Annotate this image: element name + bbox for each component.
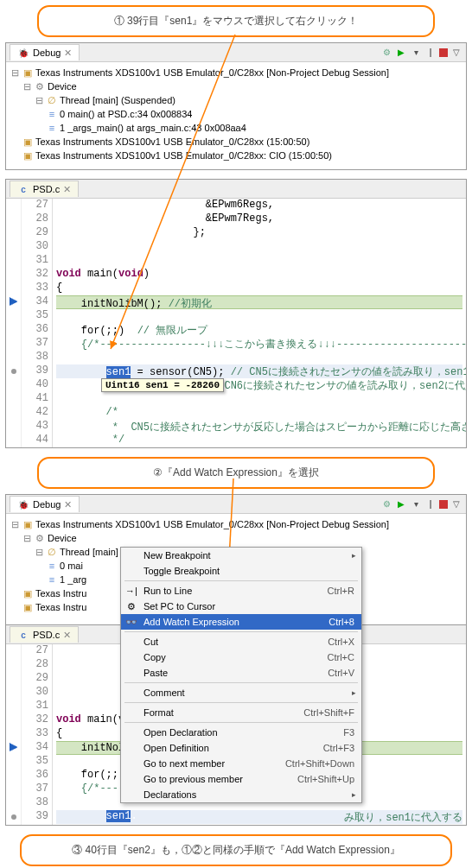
code-line: {/*-----------------↓↓↓ここから書き換える↓↓↓-----… — [56, 337, 462, 351]
menu-paste[interactable]: PasteCtrl+V — [121, 665, 361, 681]
callout-2-text: ②『Add Watch Expression』を選択 — [153, 466, 319, 478]
selected-token-sen1[interactable]: sen1 — [106, 366, 131, 378]
tree-device[interactable]: ⊟ ⚙ Device — [10, 531, 462, 545]
toolbar-separator: | — [424, 498, 437, 510]
menu-prev-member[interactable]: Go to previous memberCtrl+Shift+Up — [121, 771, 361, 787]
pin-icon[interactable]: ✕ — [64, 499, 72, 510]
pin-icon[interactable]: ✕ — [63, 184, 71, 195]
debug-toolbar: ⚙ ▶ ▾ | ▽ — [380, 498, 466, 510]
tree-ti2[interactable]: ▣ Texas Instruments XDS100v1 USB Emulato… — [10, 149, 462, 162]
chip-icon: ▣ — [22, 66, 34, 79]
chip-icon: ▣ — [22, 135, 34, 149]
menu-separator — [124, 631, 358, 632]
twisty-icon[interactable]: ⊟ — [10, 517, 20, 531]
callout-3-text: ③ 40行目『sen2』も，①②と同様の手順で『Add Watch Expres… — [72, 844, 400, 856]
tab-file[interactable]: c PSD.c ✕ — [10, 626, 79, 643]
menu-next-member[interactable]: Go to next memberCtrl+Shift+Down — [121, 756, 361, 771]
hover-tooltip: Uint16 sen1 = -28260 — [101, 378, 224, 392]
menu-copy[interactable]: CopyCtrl+C — [121, 649, 361, 665]
toolbar-menu-icon[interactable]: ▽ — [450, 47, 462, 59]
debug-toolbar: ⚙ ▶ ▾ | ▽ — [380, 47, 466, 59]
toolbar-menu-icon[interactable]: ▽ — [450, 498, 462, 510]
bug-icon: 🐞 — [17, 47, 29, 59]
tab-debug[interactable]: 🐞 Debug ✕ — [10, 496, 80, 512]
menu-new-breakpoint[interactable]: New Breakpoint — [121, 548, 361, 563]
thread-icon: ∅ — [46, 545, 58, 559]
tree-root-label: Texas Instruments XDS100v1 USB Emulator_… — [35, 66, 389, 79]
menu-toggle-breakpoint[interactable]: Toggle Breakpoint — [121, 563, 361, 579]
tab-debug-label: Debug — [33, 48, 61, 58]
menu-open-definition[interactable]: Open DefinitionCtrl+F3 — [121, 740, 361, 756]
tab-file[interactable]: c PSD.c ✕ — [10, 181, 79, 197]
tree-frame-1[interactable]: ≡ 1 _args_main() at args_main.c:43 0x008… — [10, 121, 462, 135]
code-area[interactable]: &EPwm6Regs, &EPwm7Regs, }; void main(voi… — [53, 199, 466, 447]
pin-icon[interactable]: ✕ — [63, 630, 71, 641]
tree-thread[interactable]: ⊟ ∅ Thread [main] (Suspended) — [10, 93, 462, 107]
callout-1-text: ① 39行目『sen1』をマウスで選択して右クリック！ — [114, 15, 359, 27]
debug-tree: ⊟ ▣ Texas Instruments XDS100v1 USB Emula… — [6, 62, 466, 169]
menu-add-watch-expression[interactable]: 👓Add Watch ExpressionCtrl+8 — [121, 614, 361, 630]
callout-step-3: ③ 40行目『sen2』も，①②と同様の手順で『Add Watch Expres… — [20, 834, 452, 866]
menu-declarations[interactable]: Declarations — [121, 787, 361, 802]
toolbar-resume-icon[interactable]: ▶ — [395, 47, 407, 59]
menu-set-pc[interactable]: ⚙Set PC to Cursor — [121, 599, 361, 614]
editor-panel-1: c PSD.c ✕ ⯈ 27282930 31323334 35363738 3… — [5, 179, 467, 448]
code-line: }; — [56, 226, 462, 240]
toolbar-dropdown-icon[interactable]: ▾ — [410, 498, 422, 510]
stack-frame-icon: ≡ — [46, 559, 58, 573]
tree-ti2-label: Texas Instruments XDS100v1 USB Emulator_… — [35, 149, 332, 162]
toolbar-dropdown-icon[interactable]: ▾ — [410, 47, 422, 59]
twisty-icon[interactable]: ⊟ — [34, 545, 44, 559]
line-number-gutter: 27282930 31323334 35363738 39404142 4344 — [22, 199, 53, 447]
menu-open-declaration[interactable]: Open DeclarationF3 — [121, 725, 361, 740]
code-line: /* — [56, 406, 462, 420]
tooltip-text: Uint16 sen1 = -28260 — [105, 380, 220, 390]
tree-root[interactable]: ⊟ ▣ Texas Instruments XDS100v1 USB Emula… — [10, 66, 462, 79]
tree-frame0-short: 0 mai — [60, 559, 83, 573]
twisty-icon[interactable]: ⊟ — [22, 79, 32, 93]
watch-icon: 👓 — [124, 617, 138, 628]
debug-tabbar: 🐞 Debug ✕ ⚙ ▶ ▾ | ▽ — [6, 43, 466, 62]
toolbar-terminate-icon[interactable] — [439, 500, 448, 509]
debug-tabbar: 🐞 Debug ✕ ⚙ ▶ ▾ | ▽ — [6, 495, 466, 514]
breakpoint-marker-icon[interactable] — [11, 814, 16, 820]
menu-cut[interactable]: CutCtrl+X — [121, 634, 361, 649]
stack-frame-icon: ≡ — [46, 107, 58, 121]
tab-file-label: PSD.c — [33, 184, 60, 194]
c-file-icon: c — [17, 183, 29, 195]
toolbar-resume-icon[interactable]: ▶ — [395, 498, 407, 510]
code-line-39: sen1 = sensor(CN5); // CN5に接続されたセンサの値を読み… — [56, 364, 462, 378]
twisty-icon[interactable]: ⊟ — [10, 66, 20, 79]
tab-debug[interactable]: 🐞 Debug ✕ — [10, 44, 80, 60]
chip-icon: ▣ — [22, 149, 34, 162]
pin-icon[interactable]: ✕ — [64, 48, 72, 59]
selected-token-sen1[interactable]: sen1 — [106, 810, 131, 822]
code-line-39: sen1.み取り，sen1に代入する — [56, 810, 462, 824]
toolbar-debug-icon[interactable]: ⚙ — [380, 498, 392, 510]
menu-run-to-line[interactable]: →|Run to LineCtrl+R — [121, 583, 361, 599]
menu-separator — [124, 702, 358, 703]
chip-icon: ▣ — [22, 517, 34, 531]
code-editor-1[interactable]: ⯈ 27282930 31323334 35363738 39404142 43… — [6, 199, 466, 447]
set-pc-icon: ⚙ — [124, 601, 138, 612]
menu-comment[interactable]: Comment — [121, 685, 361, 700]
menu-format[interactable]: FormatCtrl+Shift+F — [121, 705, 361, 720]
tree-root[interactable]: ⊟ ▣ Texas Instruments XDS100v1 USB Emula… — [10, 517, 462, 531]
code-line: * CN5に接続されたセンサが反応した場合はスピーカから距離に応じた高さの音が出… — [56, 420, 462, 434]
tree-frame-0[interactable]: ≡ 0 main() at PSD.c:34 0x008834 — [10, 107, 462, 121]
tree-frame1-short: 1 _arg — [60, 573, 86, 586]
tree-frame0-label: 0 main() at PSD.c:34 0x008834 — [60, 107, 192, 121]
bug-icon: 🐞 — [17, 498, 29, 510]
tree-ti1[interactable]: ▣ Texas Instruments XDS100v1 USB Emulato… — [10, 135, 462, 149]
code-line — [56, 309, 462, 323]
toolbar-debug-icon[interactable]: ⚙ — [380, 47, 392, 59]
debug-panel-1: 🐞 Debug ✕ ⚙ ▶ ▾ | ▽ ⊟ ▣ Texas Instrument… — [5, 42, 467, 170]
twisty-icon[interactable]: ⊟ — [22, 531, 32, 545]
code-line-current: initNolibM(); //初期化 — [56, 295, 462, 309]
twisty-icon[interactable]: ⊟ — [34, 93, 44, 107]
breakpoint-marker-icon[interactable] — [11, 369, 16, 374]
toolbar-terminate-icon[interactable] — [439, 48, 448, 57]
tree-device[interactable]: ⊟ ⚙ Device — [10, 79, 462, 93]
code-line — [56, 240, 462, 254]
current-line-marker-icon: ⯈ — [9, 742, 19, 755]
